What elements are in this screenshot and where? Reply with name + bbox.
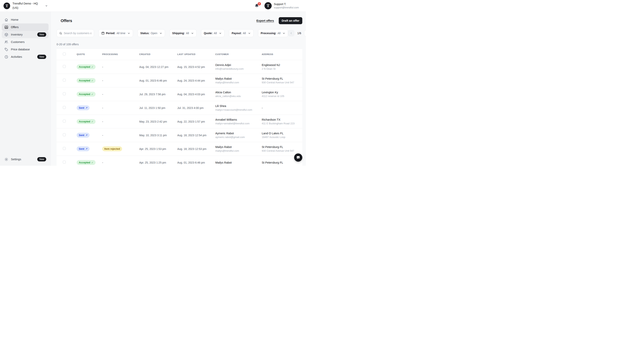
- prev-page-button[interactable]: [288, 30, 294, 36]
- sidebar-item-inventory[interactable]: Inventory New: [2, 31, 48, 38]
- column-header-processing: PROCESSING: [102, 53, 139, 56]
- table-row[interactable]: Sent↗ - May. 10, 2023 3:11 pm Aug. 18, 2…: [56, 128, 302, 142]
- row-checkbox[interactable]: [63, 92, 66, 95]
- address-cell: Richardson TX411 E Buckingham Road 223: [262, 118, 302, 125]
- quote-status-badge: Accepted✓: [77, 78, 96, 83]
- sidebar-item-label: Price database: [11, 48, 46, 51]
- updated-cell: Jul. 31, 2023 4:00 pm: [177, 106, 215, 110]
- notifications-button[interactable]: 7: [254, 3, 260, 9]
- quote-status-badge: Sent↗: [77, 146, 90, 151]
- updated-cell: Aug. 18, 2023 12:53 pm: [177, 147, 215, 151]
- sidebar-item-label: Activities: [11, 55, 35, 58]
- address-city: St Petersburg FL: [262, 145, 302, 149]
- results-count: 0-20 of 109 offers: [56, 43, 302, 46]
- user-menu[interactable]: T Support T. support@trendful.com: [264, 2, 299, 9]
- address-line: 4112 reserve rd 105: [262, 95, 302, 98]
- table-row[interactable]: Accepted✓ - Jul. 29, 2023 7:56 pm Aug. 0…: [56, 88, 302, 101]
- check-icon: ✓: [92, 93, 94, 96]
- filter-shipping[interactable]: Shipping: All: [170, 29, 196, 37]
- address-line: 930 Central Avenue Unit 547: [262, 149, 302, 152]
- select-all-checkbox[interactable]: [63, 53, 66, 56]
- sidebar-item-offers[interactable]: Offers: [2, 24, 48, 31]
- table-row[interactable]: Accepted✓ - Aug. 04, 2023 12:27 pm Aug. …: [56, 60, 302, 74]
- customer-name: Mailys Rabot: [215, 77, 262, 80]
- check-icon: ✓: [92, 79, 94, 82]
- processing-cell: -: [102, 65, 139, 69]
- row-checkbox[interactable]: [63, 161, 66, 164]
- customer-name: Annabel Williams: [215, 118, 262, 121]
- address-cell: St Petersburg FL930 Central Avenue Unit …: [262, 145, 302, 152]
- next-page-button[interactable]: [304, 30, 306, 36]
- table-header-row: QUOTE PROCESSING CREATED LAST UPDATED CU…: [56, 49, 302, 60]
- processing-cell: -: [102, 134, 139, 137]
- sidebar-item-label: Customers: [11, 41, 46, 44]
- new-badge: New: [37, 55, 46, 59]
- header-actions: Export offers Draft an offer: [256, 17, 302, 24]
- filter-quote[interactable]: Quote: All: [201, 29, 224, 37]
- sidebar-item-home[interactable]: Home: [2, 16, 48, 24]
- draft-offer-button[interactable]: Draft an offer: [279, 17, 302, 24]
- created-cell: Apr. 25, 2023 1:53 pm: [139, 147, 177, 151]
- address-line: 411 E Buckingham Road 223: [262, 122, 302, 125]
- row-checkbox[interactable]: [63, 120, 66, 123]
- table-row[interactable]: Accepted✓ - Aug. 01, 2023 6:46 pm Aug. 2…: [56, 74, 302, 88]
- sidebar-item-activities[interactable]: Activities New: [2, 53, 48, 61]
- sidebar-item-label: Settings: [11, 158, 35, 161]
- search-input[interactable]: [64, 32, 92, 35]
- chat-launcher-button[interactable]: [294, 153, 302, 162]
- tag-icon: [4, 47, 8, 52]
- sidebar-item-customers[interactable]: Customers: [2, 38, 48, 46]
- table-row[interactable]: Sent↗ Item rejected Apr. 25, 2023 1:53 p…: [56, 142, 302, 156]
- table-row[interactable]: Accepted✓ - Apr. 25, 2023 1:25 pm Aug. 0…: [56, 156, 302, 166]
- processing-cell: Item rejected: [102, 146, 139, 151]
- filter-status[interactable]: Status: Open: [138, 29, 165, 37]
- processing-status-badge: Item rejected: [102, 146, 122, 151]
- main-content: Offers Export offers Draft an offer Peri…: [50, 12, 306, 166]
- row-checkbox[interactable]: [63, 106, 66, 109]
- sidebar-item-settings[interactable]: Settings New: [2, 156, 48, 163]
- customer-name: Dennis Adjei: [215, 64, 262, 67]
- row-checkbox[interactable]: [63, 147, 66, 150]
- page-indicator: 1/6: [297, 32, 301, 35]
- search-box: [56, 29, 94, 37]
- quote-status-badge: Accepted✓: [77, 160, 96, 165]
- sidebar-item-price-database[interactable]: Price database: [2, 46, 48, 53]
- customer-name: Mailys Rabot: [215, 161, 262, 164]
- row-checkbox[interactable]: [63, 133, 66, 136]
- customer-email: mailys@trendful.com: [215, 81, 262, 84]
- gear-icon: [4, 157, 8, 161]
- header-checkbox-cell: [56, 53, 77, 56]
- address-city: Richardson TX: [262, 118, 302, 121]
- customer-cell: Alicia Caltonalicia_calton@eku.edu: [215, 91, 262, 98]
- address-city: -: [262, 106, 302, 110]
- org-logo: T: [4, 3, 10, 9]
- topbar-right: 7 T Support T. support@trendful.com: [254, 2, 306, 9]
- sidebar-item-label: Inventory: [11, 33, 35, 36]
- row-checkbox[interactable]: [63, 65, 66, 68]
- filter-payout[interactable]: Payout: All: [229, 29, 254, 37]
- filter-period[interactable]: Period: All time: [98, 29, 133, 37]
- table-row[interactable]: Sent↗ - Jul. 11, 2023 1:50 pm Jul. 31, 2…: [56, 101, 302, 115]
- address-line: 16497 Acoustic Loop: [262, 136, 302, 139]
- created-cell: Aug. 01, 2023 6:46 pm: [139, 79, 177, 82]
- page-title: Offers: [61, 19, 72, 23]
- search-icon: [59, 32, 62, 35]
- table-row[interactable]: Accepted✓ - May. 23, 2023 2:42 pm Aug. 2…: [56, 115, 302, 128]
- org-switcher[interactable]: T Trendful Demo - HQ (US): [0, 2, 50, 10]
- row-checkbox[interactable]: [63, 79, 66, 82]
- address-cell: -: [262, 106, 302, 110]
- chat-bubble-icon: [296, 155, 300, 160]
- customer-cell: Lili Sheamailys+noaccount@trendful.com: [215, 104, 262, 111]
- customer-email: mailys@trendful.com: [215, 149, 262, 152]
- avatar: T: [264, 2, 272, 9]
- address-cell: St Petersburg FL930 Central Avenue Unit …: [262, 77, 302, 84]
- filter-processing[interactable]: Processing: All: [258, 29, 288, 37]
- updated-cell: Aug. 01, 2023 6:46 pm: [177, 161, 215, 164]
- app-root: T Trendful Demo - HQ (US) 7 T Support T.…: [0, 0, 306, 166]
- export-offers-link[interactable]: Export offers: [256, 19, 274, 22]
- user-email: support@trendful.com: [274, 6, 299, 9]
- updated-cell: Aug. 22, 2023 1:57 pm: [177, 120, 215, 123]
- org-name: Trendful Demo - HQ (US): [12, 2, 43, 10]
- pagination: 1/6: [288, 30, 306, 36]
- updated-cell: Aug. 15, 2023 4:52 pm: [177, 65, 215, 69]
